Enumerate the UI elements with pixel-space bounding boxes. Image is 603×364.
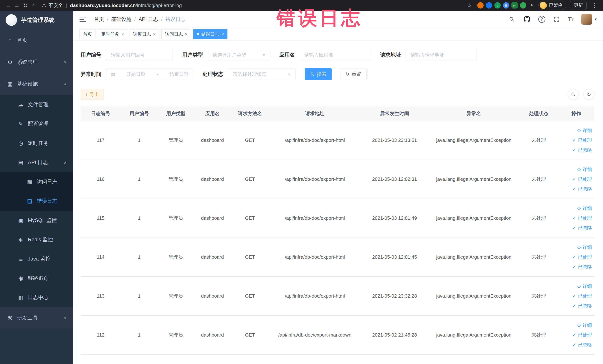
action-processed-link[interactable]: ✓已处理 — [572, 254, 592, 260]
action-ignored-link[interactable]: ✓已忽略 — [572, 342, 592, 348]
menu-item-label: 系统管理 — [17, 59, 38, 66]
tab-error-log[interactable]: 错误日志× — [193, 29, 227, 39]
browser-home-icon[interactable]: ⌂ — [30, 1, 38, 10]
tab-cron-job[interactable]: 定时任务× — [98, 29, 127, 39]
action-ignored-link[interactable]: ✓已忽略 — [572, 186, 592, 192]
sidebar-item-file-mgmt[interactable]: ☁文件管理 — [0, 95, 73, 114]
export-button[interactable]: ↓ 导出 — [81, 89, 104, 100]
sidebar-item-mysql-monitor[interactable]: ▣MySQL 监控 — [0, 211, 73, 230]
action-detail-link[interactable]: ⊙详细 — [577, 244, 592, 250]
menu-item-label: 配置管理 — [28, 120, 48, 127]
search-icon[interactable] — [508, 15, 516, 23]
action-processed-link[interactable]: ✓已处理 — [572, 176, 592, 182]
sidebar-item-home[interactable]: ⌂首页 — [0, 29, 73, 51]
action-detail-link[interactable]: ⊙详细 — [577, 127, 592, 133]
tab-label: 调度日志 — [133, 31, 151, 37]
process-status-label: 处理状态 — [203, 71, 223, 78]
sidebar-item-link-trace[interactable]: ◉链路追踪 — [0, 269, 73, 288]
browser-menu-icon[interactable]: ⋮ — [590, 1, 599, 10]
sidebar-item-java-monitor[interactable]: ☕Java 监控 — [0, 249, 73, 269]
sidebar-item-redis-monitor[interactable]: ◈Redis 监控 — [0, 230, 73, 249]
sidebar-item-config-mgmt[interactable]: ✎配置管理 — [0, 114, 73, 133]
user-menu[interactable]: ▾ — [581, 14, 597, 25]
sidebar-item-dev-tools[interactable]: ⚒研发工具∨ — [0, 307, 73, 329]
browser-reload-icon[interactable]: ↻ — [21, 1, 30, 10]
help-icon[interactable]: ? — [538, 16, 545, 23]
process-status-select[interactable]: 请选择处理状态 ∨ — [228, 68, 295, 80]
user-id-input[interactable]: 请输入用户编号 — [106, 49, 173, 61]
font-size-icon[interactable]: TT — [568, 16, 574, 23]
sidebar-item-error-log[interactable]: ▨错误日志 — [0, 191, 73, 211]
close-icon[interactable]: × — [121, 32, 124, 36]
action-processed-link[interactable]: ✓已处理 — [572, 332, 592, 338]
user-type-select[interactable]: 请选择用户类型 ∨ — [208, 49, 270, 61]
tab-home[interactable]: 首页 — [80, 29, 95, 39]
tab-schedule-log[interactable]: 调度日志× — [129, 29, 159, 39]
app-name-input[interactable]: 请输入应用名 — [300, 49, 371, 61]
breadcrumb-item[interactable]: 首页 — [94, 16, 104, 23]
action-ignored-link[interactable]: ✓已忽略 — [572, 264, 592, 270]
cell-time: 2021-05-03 12:01:49 — [361, 215, 428, 221]
extension-leaf-icon[interactable] — [520, 2, 526, 9]
profile-chip[interactable]: 已暂停 — [538, 1, 566, 10]
cell-user-type: 管理员 — [158, 332, 194, 338]
browser-forward-icon[interactable]: → — [13, 1, 21, 10]
action-detail-link[interactable]: ⊙详细 — [577, 205, 592, 211]
action-processed-link[interactable]: ✓已处理 — [572, 137, 592, 143]
redis-icon: ◈ — [17, 236, 24, 243]
sidebar-item-api-log[interactable]: ▤API 日志∧ — [0, 153, 73, 172]
action-detail-link[interactable]: ⊙详细 — [577, 166, 592, 172]
check-icon: ✓ — [572, 225, 576, 231]
sidebar-item-infrastructure[interactable]: ▦基础设施∧ — [0, 73, 73, 95]
github-icon[interactable] — [523, 15, 531, 23]
toggle-search-icon[interactable] — [568, 89, 579, 100]
extension-green-v-icon[interactable]: V — [494, 2, 501, 9]
action-ignored-link[interactable]: ✓已忽略 — [572, 147, 592, 153]
search-button-label: 搜索 — [317, 71, 326, 78]
close-icon[interactable]: × — [221, 32, 224, 36]
sidebar-item-access-log[interactable]: ▧访问日志 — [0, 172, 73, 191]
range-separator: - — [157, 71, 158, 77]
extension-blue-drop-icon[interactable] — [486, 2, 492, 9]
export-button-label: 导出 — [90, 91, 99, 97]
sidebar-item-log-center[interactable]: ▥日志中心 — [0, 288, 73, 307]
security-warning[interactable]: ⚠ 不安全 — [42, 2, 63, 9]
search-button[interactable]: 搜索 — [305, 68, 332, 80]
cell-actions: ⊙详细✓已处理✓已忽略 — [558, 322, 594, 348]
access-log-icon: ▧ — [26, 178, 33, 185]
chevron-down-icon: ∨ — [288, 72, 291, 77]
breadcrumb-item[interactable]: API 日志 — [139, 16, 158, 23]
refresh-table-icon[interactable]: ↻ — [583, 89, 594, 100]
tab-access-log[interactable]: 访问日志× — [162, 29, 191, 39]
request-url-input[interactable]: 请输入请求地址 — [406, 49, 477, 61]
cell-app: dashboard — [194, 215, 231, 221]
exception-time-range[interactable]: ▦ 开始日期 - 结束日期 — [106, 68, 193, 80]
hamburger-icon[interactable] — [80, 15, 88, 23]
action-label: 已处理 — [578, 215, 592, 221]
cell-actions: ⊙详细✓已处理✓已忽略 — [558, 127, 594, 153]
extension-puzzle-icon[interactable]: ❖ — [529, 2, 535, 9]
address-bar[interactable]: ⚠ 不安全 | dashboard.yudao.iocoder.cn /infr… — [38, 2, 465, 9]
action-processed-link[interactable]: ✓已处理 — [572, 215, 592, 221]
extension-orange-icon[interactable] — [477, 2, 484, 9]
breadcrumb-item[interactable]: 基础设施 — [111, 16, 131, 23]
action-processed-link[interactable]: ✓已处理 — [572, 293, 592, 299]
fullscreen-icon[interactable] — [553, 15, 561, 23]
logo[interactable]: 芋道管理系统 — [0, 11, 73, 29]
tab-label: 定时任务 — [101, 31, 119, 37]
extension-on-badge-icon[interactable]: on — [511, 2, 518, 9]
reset-button[interactable]: ↻ 重置 — [340, 68, 367, 80]
action-ignored-link[interactable]: ✓已忽略 — [572, 225, 592, 231]
action-ignored-link[interactable]: ✓已忽略 — [572, 303, 592, 309]
extension-grid-icon[interactable]: ▦ — [503, 2, 509, 9]
sidebar-item-cron-job[interactable]: ◷定时任务 — [0, 133, 73, 153]
close-icon[interactable]: × — [185, 32, 188, 36]
menu-item-label: 基础设施 — [17, 81, 38, 88]
action-detail-link[interactable]: ⊙详细 — [577, 283, 592, 289]
action-detail-link[interactable]: ⊙详细 — [577, 322, 592, 328]
update-button[interactable]: 更新 — [570, 1, 587, 10]
bookmark-star-icon[interactable]: ☆ — [465, 1, 474, 10]
sidebar-item-system-mgmt[interactable]: ⚙系统管理∨ — [0, 51, 73, 73]
browser-back-icon[interactable]: ← — [4, 1, 13, 10]
close-icon[interactable]: × — [153, 32, 156, 36]
